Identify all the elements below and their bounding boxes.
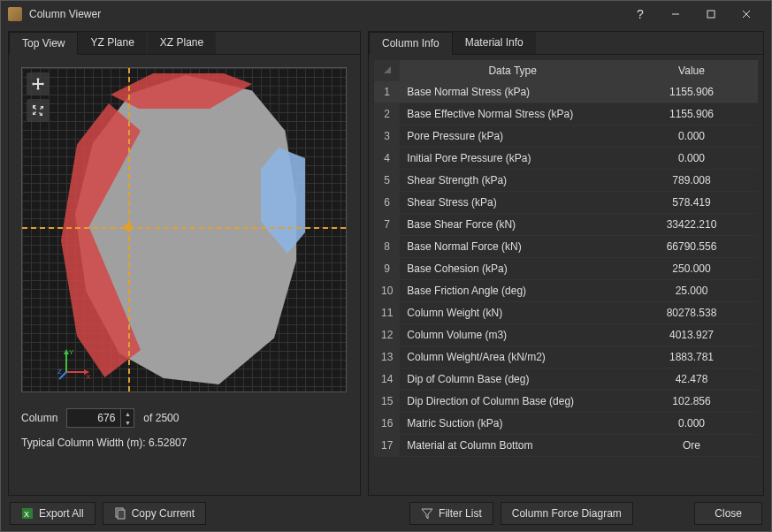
cell-value: 0.000 (625, 413, 758, 435)
svg-text:X: X (24, 510, 29, 519)
table-row[interactable]: 7Base Shear Force (kN)33422.210 (374, 214, 758, 236)
row-number: 7 (374, 214, 400, 236)
tab-xz-plane[interactable]: XZ Plane (148, 32, 217, 54)
cell-value: Ore (625, 435, 758, 457)
column-step-down[interactable]: ▼ (121, 418, 134, 427)
row-number: 11 (374, 302, 400, 324)
table-row[interactable]: 10Base Friction Angle (deg)25.000 (374, 280, 758, 302)
close-button[interactable]: Close (694, 502, 762, 525)
crosshair-horizontal (22, 227, 346, 229)
table-row[interactable]: 6Shear Stress (kPa)578.419 (374, 192, 758, 214)
cell-value: 25.000 (625, 280, 758, 302)
cell-data-type: Base Effective Normal Stress (kPa) (400, 103, 625, 125)
copy-current-button[interactable]: Copy Current (103, 502, 206, 525)
cell-value: 250.000 (625, 258, 758, 280)
table-row[interactable]: 2Base Effective Normal Stress (kPa)1155.… (374, 103, 758, 125)
fit-tool[interactable] (27, 99, 50, 122)
app-icon (8, 7, 22, 21)
svg-text:Z: Z (57, 368, 62, 376)
svg-text:X: X (86, 373, 91, 381)
row-number: 13 (374, 346, 400, 369)
column-input[interactable] (67, 412, 120, 424)
svg-rect-16 (118, 510, 125, 519)
right-tabs: Column Info Material Info (369, 32, 763, 55)
table-row[interactable]: 13Column Weight/Area (kN/m2)1883.781 (374, 346, 758, 369)
info-table-wrap[interactable]: Data Type Value 1Base Normal Stress (kPa… (374, 60, 758, 490)
table-row[interactable]: 1Base Normal Stress (kPa)1155.906 (374, 81, 758, 103)
header-value[interactable]: Value (625, 60, 758, 81)
row-number: 8 (374, 236, 400, 258)
filter-list-button[interactable]: Filter List (409, 502, 493, 525)
close-window-button[interactable] (729, 2, 764, 27)
table-row[interactable]: 5Shear Strength (kPa)789.008 (374, 170, 758, 192)
table-row[interactable]: 17Material at Column BottomOre (374, 435, 758, 457)
column-selector-row: Column ▲ ▼ of 2500 (9, 405, 360, 428)
cell-data-type: Base Normal Force (kN) (400, 236, 625, 258)
rownum-header[interactable] (374, 60, 400, 81)
cell-data-type: Base Shear Force (kN) (400, 214, 625, 236)
help-button[interactable]: ? (623, 2, 658, 27)
cell-data-type: Column Weight (kN) (400, 302, 625, 324)
table-row[interactable]: 8Base Normal Force (kN)66790.556 (374, 236, 758, 258)
cell-data-type: Dip Direction of Column Base (deg) (400, 391, 625, 413)
table-row[interactable]: 12Column Volume (m3)4013.927 (374, 324, 758, 346)
viewport[interactable]: X Y Z (21, 67, 347, 392)
left-panel: Top View YZ Plane XZ Plane (8, 31, 361, 496)
table-row[interactable]: 15Dip Direction of Column Base (deg)102.… (374, 391, 758, 413)
corner-icon (383, 65, 392, 74)
header-data-type[interactable]: Data Type (400, 60, 625, 81)
cell-value: 102.856 (625, 391, 758, 413)
table-row[interactable]: 16Matric Suction (kPa)0.000 (374, 413, 758, 435)
table-row[interactable]: 4Initial Pore Pressure (kPa)0.000 (374, 148, 758, 170)
window-title: Column Viewer (29, 8, 623, 20)
table-row[interactable]: 14Dip of Column Base (deg)42.478 (374, 369, 758, 391)
cell-value: 0.000 (625, 125, 758, 148)
tab-yz-plane[interactable]: YZ Plane (78, 32, 147, 54)
row-number: 12 (374, 324, 400, 346)
row-number: 14 (374, 369, 400, 391)
row-number: 4 (374, 148, 400, 170)
maximize-button[interactable] (693, 2, 729, 27)
filter-icon (421, 507, 433, 520)
row-number: 1 (374, 81, 400, 103)
footer: X Export All Copy Current Filter List Co… (1, 496, 771, 531)
cell-value: 80278.538 (625, 302, 758, 324)
cell-value: 789.008 (625, 170, 758, 192)
minimize-icon (671, 10, 680, 19)
close-icon (742, 10, 751, 19)
left-tabs: Top View YZ Plane XZ Plane (9, 32, 360, 55)
right-panel: Column Info Material Info Data Type Valu… (368, 31, 764, 496)
tab-material-info[interactable]: Material Info (453, 32, 537, 54)
cell-data-type: Shear Stress (kPa) (400, 192, 625, 214)
tab-column-info[interactable]: Column Info (369, 32, 453, 55)
column-spinbox[interactable]: ▲ ▼ (66, 408, 134, 428)
table-row[interactable]: 9Base Cohesion (kPa)250.000 (374, 258, 758, 280)
tab-top-view[interactable]: Top View (9, 32, 78, 55)
pan-tool[interactable] (27, 72, 50, 95)
cell-data-type: Shear Strength (kPa) (400, 170, 625, 192)
table-row[interactable]: 3Pore Pressure (kPa)0.000 (374, 125, 758, 148)
column-force-diagram-button[interactable]: Column Force Diagram (501, 502, 633, 525)
export-all-button[interactable]: X Export All (10, 502, 96, 525)
cell-data-type: Base Normal Stress (kPa) (400, 81, 625, 103)
table-row[interactable]: 11Column Weight (kN)80278.538 (374, 302, 758, 324)
minimize-button[interactable] (658, 2, 693, 27)
viewport-tools (27, 72, 50, 122)
svg-marker-12 (384, 66, 391, 73)
cell-value: 42.478 (625, 369, 758, 391)
info-table: Data Type Value 1Base Normal Stress (kPa… (374, 60, 758, 457)
column-label: Column (21, 412, 57, 424)
cell-data-type: Column Weight/Area (kN/m2) (400, 346, 625, 369)
row-number: 15 (374, 391, 400, 413)
svg-rect-1 (707, 11, 715, 18)
row-number: 6 (374, 192, 400, 214)
excel-icon: X (21, 507, 34, 520)
svg-text:Y: Y (69, 348, 74, 356)
cell-value: 4013.927 (625, 324, 758, 346)
row-number: 9 (374, 258, 400, 280)
viewport-wrap: X Y Z (9, 55, 360, 405)
row-number: 3 (374, 125, 400, 148)
row-number: 10 (374, 280, 400, 302)
column-step-up[interactable]: ▲ (121, 409, 134, 418)
svg-marker-17 (422, 509, 432, 519)
